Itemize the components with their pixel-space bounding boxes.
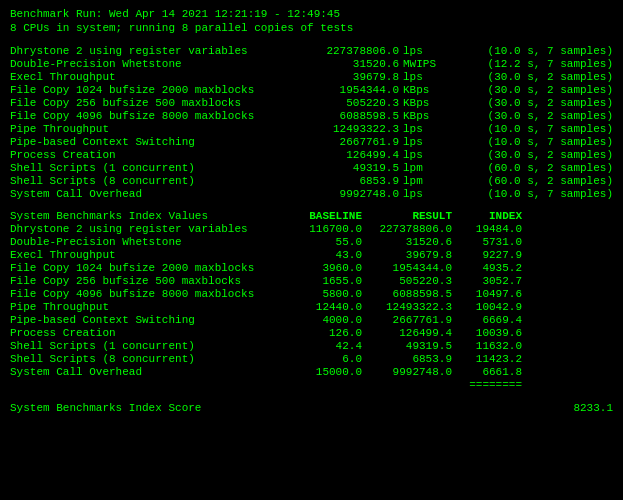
score-section: System Benchmarks Index Score 8233.1 xyxy=(10,402,613,414)
bench-detail: (60.0 s, 2 samples) xyxy=(453,175,613,187)
index-data-row: Double-Precision Whetstone 55.0 31520.6 … xyxy=(10,236,613,248)
bench-value: 505220.3 xyxy=(290,97,399,109)
index-data-row: Shell Scripts (8 concurrent) 6.0 6853.9 … xyxy=(10,353,613,365)
benchmark-row: Pipe Throughput 12493322.3 lps (10.0 s, … xyxy=(10,123,613,135)
bench-label: Pipe-based Context Switching xyxy=(10,136,290,148)
bench-label: Shell Scripts (8 concurrent) xyxy=(10,175,290,187)
bench-value: 227378806.0 xyxy=(290,45,399,57)
score-label: System Benchmarks Index Score xyxy=(10,402,201,414)
benchmark-row: Shell Scripts (8 concurrent) 6853.9 lpm … xyxy=(10,175,613,187)
index-row-baseline: 42.4 xyxy=(290,340,370,352)
bench-detail: (30.0 s, 2 samples) xyxy=(453,110,613,122)
benchmark-row: File Copy 1024 bufsize 2000 maxblocks 19… xyxy=(10,84,613,96)
index-row-baseline: 126.0 xyxy=(290,327,370,339)
bench-detail: (10.0 s, 7 samples) xyxy=(453,188,613,200)
index-col-result-head: RESULT xyxy=(370,210,460,222)
benchmark-row: Dhrystone 2 using register variables 227… xyxy=(10,45,613,57)
index-row-label: Pipe-based Context Switching xyxy=(10,314,290,326)
index-data-row: Dhrystone 2 using register variables 116… xyxy=(10,223,613,235)
index-row-index: 11423.2 xyxy=(460,353,530,365)
index-data-row: File Copy 1024 bufsize 2000 maxblocks 39… xyxy=(10,262,613,274)
score-value: 8233.1 xyxy=(573,402,613,414)
index-row-result: 9992748.0 xyxy=(370,366,460,378)
index-section: System Benchmarks Index Values BASELINE … xyxy=(10,210,613,391)
index-data-row: Process Creation 126.0 126499.4 10039.6 xyxy=(10,327,613,339)
index-row-result: 49319.5 xyxy=(370,340,460,352)
index-data-row: File Copy 4096 bufsize 8000 maxblocks 58… xyxy=(10,288,613,300)
index-row-label: Shell Scripts (1 concurrent) xyxy=(10,340,290,352)
benchmark-container: Benchmark Run: Wed Apr 14 2021 12:21:19 … xyxy=(10,8,613,414)
index-row-label: Shell Scripts (8 concurrent) xyxy=(10,353,290,365)
index-row-label: Dhrystone 2 using register variables xyxy=(10,223,290,235)
bench-label: File Copy 1024 bufsize 2000 maxblocks xyxy=(10,84,290,96)
index-data-row: System Call Overhead 15000.0 9992748.0 6… xyxy=(10,366,613,378)
index-row-label: Double-Precision Whetstone xyxy=(10,236,290,248)
index-row-result: 2667761.9 xyxy=(370,314,460,326)
index-row-baseline: 5800.0 xyxy=(290,288,370,300)
bench-label: Process Creation xyxy=(10,149,290,161)
index-row-label: Execl Throughput xyxy=(10,249,290,261)
header-line1: Benchmark Run: Wed Apr 14 2021 12:21:19 … xyxy=(10,8,613,20)
index-row-index: 3052.7 xyxy=(460,275,530,287)
bench-value: 39679.8 xyxy=(290,71,399,83)
index-row-baseline: 116700.0 xyxy=(290,223,370,235)
bench-value: 6088598.5 xyxy=(290,110,399,122)
index-row-baseline: 15000.0 xyxy=(290,366,370,378)
bench-label: System Call Overhead xyxy=(10,188,290,200)
bench-unit: lpm xyxy=(403,175,453,187)
bench-value: 6853.9 xyxy=(290,175,399,187)
index-row-index: 4935.2 xyxy=(460,262,530,274)
bench-detail: (10.0 s, 7 samples) xyxy=(453,45,613,57)
index-row-label: File Copy 4096 bufsize 8000 maxblocks xyxy=(10,288,290,300)
header-line2: 8 CPUs in system; running 8 parallel cop… xyxy=(10,22,613,34)
bench-label: Execl Throughput xyxy=(10,71,290,83)
index-row-result: 1954344.0 xyxy=(370,262,460,274)
bench-detail: (10.0 s, 7 samples) xyxy=(453,136,613,148)
index-data-row: Execl Throughput 43.0 39679.8 9227.9 xyxy=(10,249,613,261)
index-row-result: 6088598.5 xyxy=(370,288,460,300)
bench-value: 1954344.0 xyxy=(290,84,399,96)
bench-unit: lps xyxy=(403,123,453,135)
bench-value: 2667761.9 xyxy=(290,136,399,148)
bench-label: Double-Precision Whetstone xyxy=(10,58,290,70)
bench-label: File Copy 256 bufsize 500 maxblocks xyxy=(10,97,290,109)
divider: ======== xyxy=(460,379,530,391)
bench-label: Shell Scripts (1 concurrent) xyxy=(10,162,290,174)
bench-label: File Copy 4096 bufsize 8000 maxblocks xyxy=(10,110,290,122)
bench-detail: (30.0 s, 2 samples) xyxy=(453,97,613,109)
benchmark-row: Shell Scripts (1 concurrent) 49319.5 lpm… xyxy=(10,162,613,174)
index-row-index: 5731.0 xyxy=(460,236,530,248)
benchmark-row: Pipe-based Context Switching 2667761.9 l… xyxy=(10,136,613,148)
index-row-result: 12493322.3 xyxy=(370,301,460,313)
index-row-baseline: 6.0 xyxy=(290,353,370,365)
index-data-row: Pipe-based Context Switching 4000.0 2667… xyxy=(10,314,613,326)
bench-unit: KBps xyxy=(403,110,453,122)
index-row-label: Process Creation xyxy=(10,327,290,339)
index-row-baseline: 4000.0 xyxy=(290,314,370,326)
index-row-index: 11632.0 xyxy=(460,340,530,352)
bench-unit: lps xyxy=(403,149,453,161)
index-row-result: 126499.4 xyxy=(370,327,460,339)
bench-unit: MWIPS xyxy=(403,58,453,70)
bench-value: 31520.6 xyxy=(290,58,399,70)
index-row-result: 31520.6 xyxy=(370,236,460,248)
benchmark-row: File Copy 256 bufsize 500 maxblocks 5052… xyxy=(10,97,613,109)
index-row-baseline: 1655.0 xyxy=(290,275,370,287)
bench-detail: (30.0 s, 2 samples) xyxy=(453,84,613,96)
index-row-result: 227378806.0 xyxy=(370,223,460,235)
benchmark-row: Execl Throughput 39679.8 lps (30.0 s, 2 … xyxy=(10,71,613,83)
bench-unit: lpm xyxy=(403,162,453,174)
index-data-row: Shell Scripts (1 concurrent) 42.4 49319.… xyxy=(10,340,613,352)
index-header-row: System Benchmarks Index Values BASELINE … xyxy=(10,210,613,222)
index-row-index: 9227.9 xyxy=(460,249,530,261)
index-col-label-head: System Benchmarks Index Values xyxy=(10,210,290,222)
score-row: System Benchmarks Index Score 8233.1 xyxy=(10,402,613,414)
index-row-result: 6853.9 xyxy=(370,353,460,365)
index-row-label: File Copy 1024 bufsize 2000 maxblocks xyxy=(10,262,290,274)
bench-unit: lps xyxy=(403,188,453,200)
index-row-baseline: 43.0 xyxy=(290,249,370,261)
bench-value: 126499.4 xyxy=(290,149,399,161)
index-row-baseline: 12440.0 xyxy=(290,301,370,313)
bench-unit: KBps xyxy=(403,97,453,109)
index-row-index: 10039.6 xyxy=(460,327,530,339)
